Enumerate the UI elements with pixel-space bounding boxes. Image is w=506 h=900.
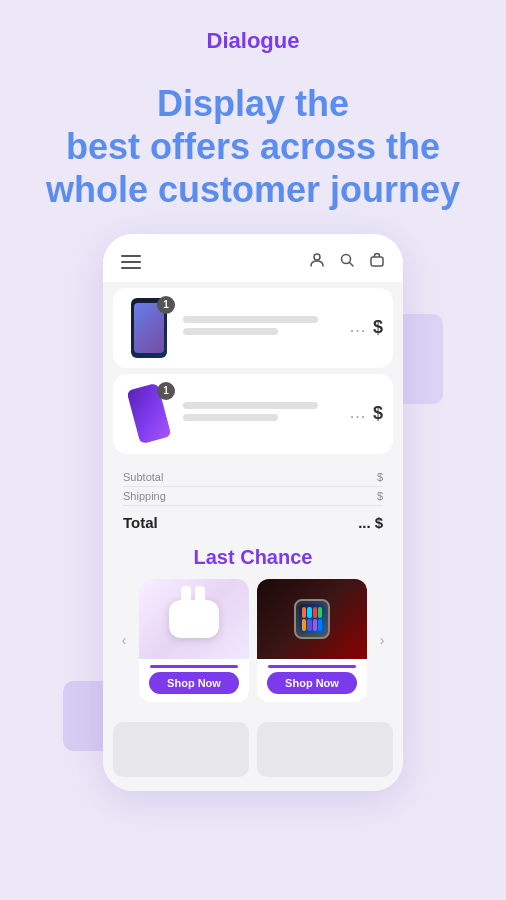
airpods-shop-now-button[interactable]: Shop Now [149, 672, 239, 694]
cart-item-1-info [175, 316, 350, 340]
total-dots: ... [358, 514, 371, 531]
total-row: Total ... $ [123, 506, 383, 534]
shipping-right: $ [377, 490, 383, 502]
cart-item-2-badge: 1 [157, 382, 175, 400]
watch-bar [268, 665, 356, 668]
cart-item-1: 1 ... $ [113, 288, 393, 368]
cart-item-1-line2 [183, 328, 278, 335]
subtotal-row: Subtotal $ [123, 468, 383, 487]
last-chance-title: Last Chance [113, 546, 393, 569]
airpod-case [169, 600, 219, 638]
last-chance-section: Last Chance ‹ Shop Now [103, 538, 403, 714]
svg-point-0 [314, 254, 320, 260]
app-header: Dialogue [207, 0, 300, 64]
product-card-airpods: Shop Now [139, 579, 249, 702]
hero-line2: best offers across the [66, 126, 440, 167]
cart-item-2-line2 [183, 414, 278, 421]
shipping-label: Shipping [123, 490, 166, 502]
watch-app-6 [307, 619, 311, 631]
svg-rect-3 [371, 257, 383, 266]
products-grid: Shop Now [139, 579, 367, 702]
product-carousel: ‹ Shop Now [113, 579, 393, 702]
cart-item-1-dollar: $ [373, 317, 383, 338]
nav-icons [309, 252, 385, 272]
watch-app-3 [313, 607, 317, 619]
phone-frame: 1 ... $ 1 ... $ [103, 234, 403, 791]
watch-shop-now-button[interactable]: Shop Now [267, 672, 357, 694]
hero-title: Display the best offers across the whole… [46, 82, 460, 212]
cart-item-1-price: ... $ [350, 317, 383, 338]
total-dollar: $ [375, 514, 383, 531]
hero-section: Display the best offers across the whole… [6, 64, 500, 234]
airpods-image [139, 579, 249, 659]
cart-totals: Subtotal $ Shipping $ Total ... $ [103, 460, 403, 538]
cart-item-2: 1 ... $ [113, 374, 393, 454]
watch-app-7 [313, 619, 317, 631]
watch-shape [294, 599, 330, 639]
phone-mockup-wrapper: 1 ... $ 1 ... $ [73, 234, 433, 791]
total-right: ... $ [358, 514, 383, 531]
cart-item-2-dollar: $ [373, 403, 383, 424]
cart-item-2-line1 [183, 402, 318, 409]
cart-item-1-line1 [183, 316, 318, 323]
total-label: Total [123, 514, 158, 531]
watch-app-1 [302, 607, 306, 619]
watch-image [257, 579, 367, 659]
bag-icon[interactable] [369, 252, 385, 272]
shipping-dollar: $ [377, 490, 383, 502]
svg-line-2 [350, 262, 354, 266]
cart-item-1-img: 1 [123, 296, 175, 360]
user-icon[interactable] [309, 252, 325, 272]
watch-screen [299, 604, 325, 634]
watch-app-8 [318, 619, 322, 631]
shipping-row: Shipping $ [123, 487, 383, 506]
cart-item-2-img: 1 [123, 382, 175, 446]
watch-app-4 [318, 607, 322, 619]
phone-navbar [103, 234, 403, 282]
hamburger-line1 [121, 255, 141, 257]
hero-line1: Display the [157, 83, 349, 124]
placeholder-box-1 [113, 722, 249, 777]
cart-item-2-info [175, 402, 350, 426]
cart-item-2-price: ... $ [350, 403, 383, 424]
carousel-arrow-right[interactable]: › [371, 629, 393, 651]
search-icon[interactable] [339, 252, 355, 272]
cart-item-2-dots: ... [350, 406, 367, 421]
placeholder-box-2 [257, 722, 393, 777]
subtotal-right: $ [377, 471, 383, 483]
watch-app-5 [302, 619, 306, 631]
product-card-watch: Shop Now [257, 579, 367, 702]
cart-item-1-badge: 1 [157, 296, 175, 314]
airpods-bar [150, 665, 238, 668]
bottom-placeholders [103, 714, 403, 791]
hero-line3: whole customer journey [46, 169, 460, 210]
watch-app-2 [307, 607, 311, 619]
hamburger-line2 [121, 261, 141, 263]
hamburger-line3 [121, 267, 141, 269]
subtotal-dollar: $ [377, 471, 383, 483]
subtotal-label: Subtotal [123, 471, 163, 483]
cart-item-1-dots: ... [350, 320, 367, 335]
airpods-shape [169, 600, 219, 638]
carousel-arrow-left[interactable]: ‹ [113, 629, 135, 651]
app-logo: Dialogue [207, 28, 300, 54]
hamburger-menu[interactable] [121, 255, 141, 269]
